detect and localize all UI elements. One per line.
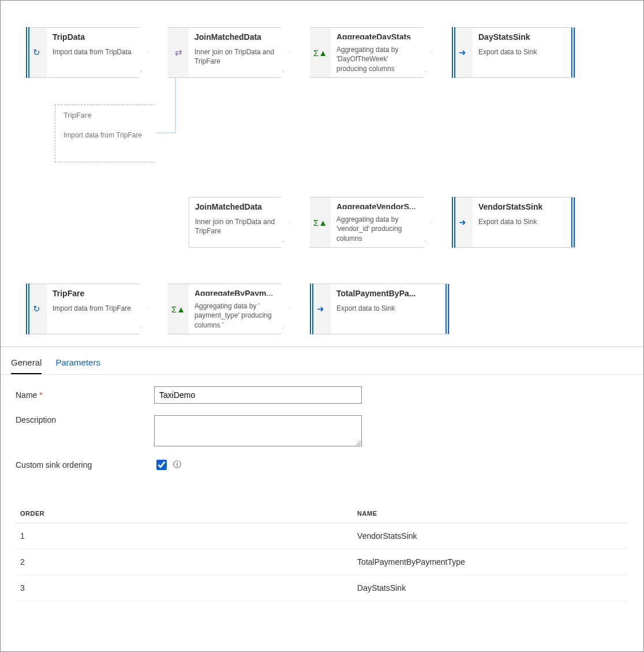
sink-icon: ➜ xyxy=(459,47,466,58)
tab-general[interactable]: General xyxy=(11,354,42,374)
node-title: TripFare xyxy=(63,111,155,120)
node-tripfare-source[interactable]: ↻ TripFare Import data from TripFare + xyxy=(26,284,148,334)
node-join1[interactable]: ⇄ JoinMatchedData Inner join on TripData… xyxy=(168,27,290,78)
node-title: VendorStatsSink xyxy=(478,202,563,211)
node-aggregate-payment[interactable]: Σ▲ AggregateByPaym... Aggregating data b… xyxy=(168,284,290,334)
node-title: AggregateVendorS... xyxy=(336,202,420,209)
node-desc: Aggregating data by 'vendor_id' producin… xyxy=(336,215,420,244)
node-tripdata[interactable]: ↻ TripData Import data from TripData + xyxy=(26,27,148,78)
aggregate-icon: Σ▲ xyxy=(171,304,185,314)
add-step-icon[interactable]: + xyxy=(141,323,145,333)
add-step-icon[interactable]: + xyxy=(141,67,145,76)
connector-line xyxy=(156,132,175,133)
add-step-icon[interactable]: + xyxy=(425,237,429,246)
node-title: AggregateByPaym... xyxy=(194,289,278,296)
node-title: DayStatsSink xyxy=(478,32,563,42)
add-step-icon[interactable]: + xyxy=(283,237,287,246)
node-desc: Import data from TripFare xyxy=(63,131,155,139)
custom-ordering-label: Custom sink ordering xyxy=(16,460,154,470)
node-title: TripData xyxy=(53,32,136,42)
node-day-sink[interactable]: ➜ DayStatsSink Export data to Sink xyxy=(452,27,575,78)
connector-line xyxy=(175,78,176,133)
add-step-icon[interactable]: + xyxy=(283,323,287,333)
name-label: Name* xyxy=(16,390,154,400)
node-aggregate-vendor[interactable]: Σ▲ AggregateVendorS... Aggregating data … xyxy=(310,197,432,248)
node-title: JoinMatchedData xyxy=(195,202,278,211)
node-join2[interactable]: JoinMatchedData Inner join on TripData a… xyxy=(168,197,290,248)
add-step-icon[interactable]: + xyxy=(283,67,287,76)
node-aggregate-day[interactable]: Σ▲ AggregateDayStats Aggregating data by… xyxy=(310,27,432,78)
sink-icon: ➜ xyxy=(317,304,324,314)
node-vendor-sink[interactable]: ➜ VendorStatsSink Export data to Sink xyxy=(452,197,575,248)
description-label: Description xyxy=(16,415,154,424)
node-title: AggregateDayStats xyxy=(336,32,420,39)
col-order: ORDER xyxy=(16,504,353,523)
node-title: TripFare xyxy=(53,289,136,298)
node-desc: Import data from TripData xyxy=(53,47,136,57)
sink-order-table: ORDER NAME 1 VendorStatsSink 2 TotalPaym… xyxy=(16,504,628,601)
node-desc: Export data to Sink xyxy=(478,47,563,57)
table-row[interactable]: 3 DayStatsSink xyxy=(16,575,628,601)
source-icon: ↻ xyxy=(33,47,40,58)
join-icon: ⇄ xyxy=(175,47,182,58)
required-asterisk: * xyxy=(39,390,42,400)
node-payment-sink[interactable]: ➜ TotalPaymentByPa... Export data to Sin… xyxy=(310,284,450,334)
node-desc: Import data from TripFare xyxy=(53,304,136,313)
node-desc: Inner join on TripData and TripFare xyxy=(194,47,278,66)
node-desc: Export data to Sink xyxy=(478,217,563,226)
sink-icon: ➜ xyxy=(459,217,466,228)
general-form: Name* Description Custom sink ordering ⓘ xyxy=(1,375,643,495)
table-row[interactable]: 1 VendorStatsSink xyxy=(16,523,628,549)
info-icon[interactable]: ⓘ xyxy=(173,460,181,470)
node-desc: Export data to Sink xyxy=(336,304,437,313)
node-desc: Aggregating data by ' payment_type' prod… xyxy=(194,301,278,330)
node-title: TotalPaymentByPa... xyxy=(336,289,437,298)
node-tripfare-dashed[interactable]: TripFare Import data from TripFare xyxy=(55,105,163,162)
aggregate-icon: Σ▲ xyxy=(313,48,327,58)
data-flow-canvas[interactable]: ↻ TripData Import data from TripData + ⇄… xyxy=(1,1,643,347)
custom-ordering-checkbox[interactable] xyxy=(156,460,167,470)
tab-parameters[interactable]: Parameters xyxy=(55,354,100,374)
table-row[interactable]: 2 TotalPaymentByPaymentType xyxy=(16,549,628,575)
node-desc: Aggregating data by 'DayOfTheWeek' produ… xyxy=(336,45,420,74)
description-input[interactable] xyxy=(154,415,362,446)
aggregate-icon: Σ▲ xyxy=(313,218,327,228)
col-name: NAME xyxy=(353,504,628,523)
node-title: JoinMatchedData xyxy=(194,32,278,42)
name-input[interactable] xyxy=(154,386,362,404)
tabs: General Parameters xyxy=(1,347,643,375)
add-step-icon[interactable]: + xyxy=(425,67,429,76)
node-desc: Inner join on TripData and TripFare xyxy=(195,217,278,236)
source-icon: ↻ xyxy=(33,304,40,314)
